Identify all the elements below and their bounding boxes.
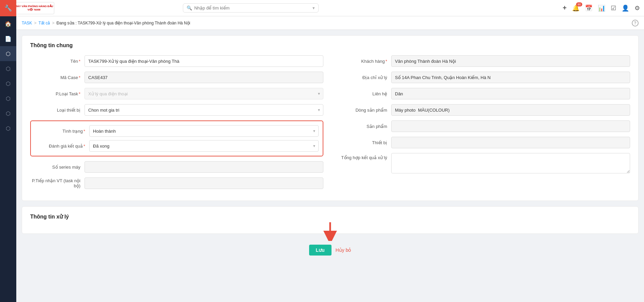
row-macase: Mã Case* — [30, 72, 323, 83]
tasks-button[interactable]: ☑ — [611, 4, 616, 12]
row-ptiepnhanvt: P.Tiếp nhận VT (task nội bộ) — [30, 177, 323, 189]
select-tinhtrang-wrapper[interactable]: Hoàn thành ▾ — [89, 125, 319, 137]
dashboard-button[interactable]: 📊 — [598, 4, 605, 12]
puzzle-icon-1: ⬡ — [6, 65, 11, 72]
breadcrumb-bar: TASK > Tất cả > Đang sửa : TASK799-Xử lý… — [16, 16, 644, 30]
select-ploaitask-wrapper[interactable]: Xử lý qua điện thoại ▾ — [84, 88, 323, 99]
sidebar-logo: 🔧 — [0, 0, 16, 16]
search-dropdown-icon[interactable]: ▾ — [312, 5, 315, 11]
puzzle-icon-2: ⬡ — [6, 80, 11, 87]
select-tinhtrang[interactable]: Hoàn thành — [89, 125, 319, 137]
row-ten: Tên* — [30, 55, 323, 67]
row-sanpham: Sản phẩm — [337, 120, 630, 132]
select-loaithietbi-wrapper[interactable]: Chon mot gia tri ▾ — [84, 104, 323, 116]
textarea-tonghopketqua[interactable] — [391, 153, 630, 173]
label-dongsanpham: Dòng sản phẩm — [337, 108, 391, 113]
input-sanpham[interactable] — [391, 120, 630, 132]
settings-button[interactable]: ⚙ — [634, 4, 640, 12]
row-diachixuly: Địa chỉ xử lý — [337, 72, 630, 83]
label-diachixuly: Địa chỉ xử lý — [337, 75, 391, 80]
label-ten: Tên* — [30, 59, 84, 64]
sidebar-item-home[interactable]: 🏠 — [0, 16, 16, 31]
dashboard-icon: 📊 — [598, 4, 605, 12]
input-ptiepnhanvt[interactable] — [84, 177, 323, 189]
top-nav-right: + 🔔 90 📅 📊 ☑ 👤 ⚙ — [563, 4, 640, 12]
breadcrumb-sep1: > — [34, 21, 36, 25]
user-button[interactable]: 👤 — [622, 4, 629, 12]
input-khachhang[interactable] — [391, 55, 630, 67]
label-thietbi: Thiết bị — [337, 140, 391, 145]
search-box[interactable]: 🔍 ▾ — [183, 3, 319, 13]
input-lienhe[interactable] — [391, 88, 630, 99]
breadcrumb-root[interactable]: TASK — [22, 21, 32, 25]
general-form-grid: Tên* Mã Case* P.Loại Task* — [30, 55, 630, 194]
label-sanpham: Sản phẩm — [337, 124, 391, 129]
row-khachhang: Khách hàng* — [337, 55, 630, 67]
label-tinhtrang: Tình trạng* — [35, 129, 89, 134]
highlight-box: Tình trạng* Hoàn thành ▾ Đánh giá kết qu… — [30, 120, 323, 156]
row-loaithietbi: Loại thiết bị Chon mot gia tri ▾ — [30, 104, 323, 116]
input-soseriesmay[interactable] — [84, 161, 323, 173]
puzzle-icon-5: ⬡ — [6, 125, 11, 132]
label-lienhe: Liên hệ — [337, 91, 391, 96]
calendar-button[interactable]: 📅 — [585, 4, 592, 12]
company-logo: MÁY VĂN PHÒNG HÀNG ĐẦU VIỆT NAM — [14, 2, 54, 14]
breadcrumb-sep2: > — [52, 21, 54, 25]
select-danhgiaketqua-wrapper[interactable]: Đã xong ▾ — [89, 140, 319, 152]
arrow-indicator — [320, 221, 340, 242]
label-loaithietbi: Loại thiết bị — [30, 108, 84, 113]
cancel-button[interactable]: Hủy bỏ — [336, 247, 352, 253]
breadcrumb-all[interactable]: Tất cả — [38, 21, 50, 25]
main-content: Thông tin chung Tên* Mã Case* — [16, 30, 644, 302]
label-macase: Mã Case* — [30, 75, 84, 80]
row-tinhtrang: Tình trạng* Hoàn thành ▾ — [35, 125, 319, 137]
label-danhgiaketqua: Đánh giá kết quả* — [35, 144, 89, 149]
input-ten[interactable] — [84, 55, 323, 67]
plus-icon: + — [563, 4, 567, 12]
checkbox-icon: ☑ — [611, 4, 616, 12]
sidebar-item-document[interactable]: 📄 — [0, 31, 16, 46]
label-ploaitask: P.Loại Task* — [30, 91, 84, 96]
label-khachhang: Khách hàng* — [337, 59, 391, 64]
sidebar-item-puzzle2[interactable]: ⬡ — [0, 76, 16, 91]
arrow-svg — [320, 221, 340, 241]
sidebar-item-puzzle3[interactable]: ⬡ — [0, 91, 16, 106]
label-soseriesmay: Số series máy — [30, 165, 84, 170]
processing-info-title: Thông tin xử lý — [30, 213, 630, 220]
select-danhgiaketqua[interactable]: Đã xong — [89, 140, 319, 152]
puzzle-icon-3: ⬡ — [6, 95, 11, 102]
search-input[interactable] — [194, 5, 310, 11]
select-loaithietbi[interactable]: Chon mot gia tri — [84, 104, 323, 116]
add-button[interactable]: + — [563, 4, 567, 12]
top-nav: ☰ MÁY VĂN PHÒNG HÀNG ĐẦU VIỆT NAM 🔍 ▾ + … — [0, 0, 644, 16]
label-ptiepnhanvt: P.Tiếp nhận VT (task nội bộ) — [30, 178, 84, 188]
user-icon: 👤 — [622, 4, 629, 12]
notification-button[interactable]: 🔔 90 — [572, 4, 580, 12]
save-button[interactable]: Lưu — [309, 245, 332, 256]
row-ploaitask: P.Loại Task* Xử lý qua điện thoại ▾ — [30, 88, 323, 99]
sidebar-item-puzzle4[interactable]: ⬡ — [0, 106, 16, 121]
sidebar-item-puzzle5[interactable]: ⬡ — [0, 121, 16, 136]
row-soseriesmay: Số series máy — [30, 161, 323, 173]
home-icon: 🏠 — [5, 21, 12, 27]
input-diachixuly[interactable] — [391, 72, 630, 83]
row-lienhe: Liên hệ — [337, 88, 630, 99]
general-info-section: Thông tin chung Tên* Mã Case* — [22, 35, 639, 201]
bottom-bar: Lưu Hủy bỏ — [22, 239, 639, 261]
input-dongsanpham[interactable] — [391, 104, 630, 116]
row-tonghopketqua: Tổng hợp kết quả xử lý — [337, 153, 630, 173]
general-info-title: Thông tin chung — [30, 42, 630, 49]
input-macase[interactable] — [84, 72, 323, 83]
row-dongsanpham: Dòng sản phẩm — [337, 104, 630, 116]
input-thietbi[interactable] — [391, 137, 630, 148]
puzzle-icon-4: ⬡ — [6, 110, 11, 117]
search-icon: 🔍 — [187, 5, 192, 11]
calendar-icon: 📅 — [585, 4, 592, 12]
sidebar-item-puzzle1[interactable]: ⬡ — [0, 61, 16, 76]
help-icon[interactable]: ? — [632, 20, 639, 26]
left-sidebar: 🔧 🏠 📄 ⬡ ⬡ ⬡ ⬡ ⬡ ⬡ — [0, 0, 16, 302]
select-ploaitask[interactable]: Xử lý qua điện thoại — [84, 88, 323, 99]
row-danhgiaketqua: Đánh giá kết quả* Đã xong ▾ — [35, 140, 319, 152]
sidebar-item-puzzle-active[interactable]: ⬡ — [0, 46, 16, 61]
breadcrumb-current: Đang sửa : TASK799-Xử lý qua điện thoại-… — [56, 21, 190, 25]
